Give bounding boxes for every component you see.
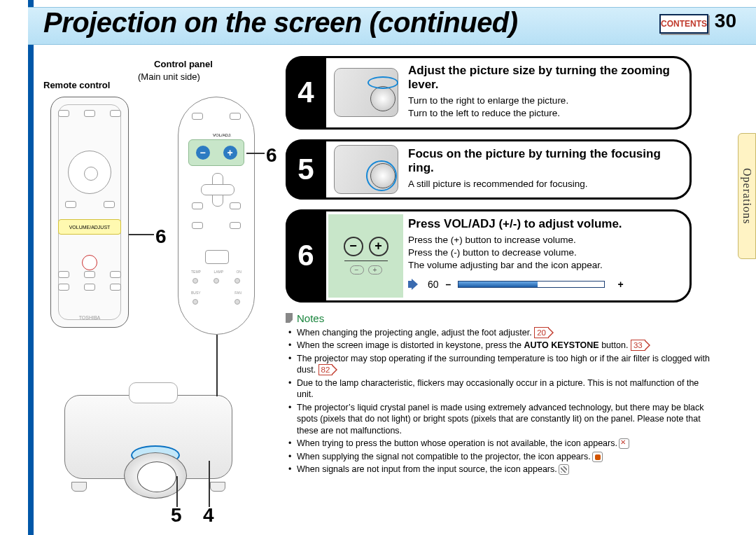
arrow-pad-icon <box>201 173 233 205</box>
step-6: 6 − + − + Press VOL/ADJ (+/-) to adjust … <box>286 209 692 303</box>
page-ref-link[interactable]: 20 <box>534 327 554 338</box>
minus-label: – <box>446 279 451 290</box>
plus-icon: + <box>369 237 388 256</box>
warn-icon <box>592 452 603 462</box>
lens-icon <box>124 452 187 499</box>
step-number: 6 <box>286 209 326 303</box>
contents-button[interactable]: CONTENTS <box>659 14 708 34</box>
section-tab-operations[interactable]: Operations <box>738 133 756 259</box>
plus-label: + <box>617 279 623 290</box>
minus-icon: − <box>344 237 363 256</box>
notes-section: Notes When changing the projecting angle… <box>286 312 713 475</box>
minus-small-icon: − <box>350 265 364 275</box>
callout-number: 4 <box>203 504 214 527</box>
volume-adjust-band: VOLUME/ADJUST <box>58 219 121 235</box>
control-panel-diagram: VOL/ADJ. − + TEMPLAMPON BUSYFAN <box>178 97 255 335</box>
callout-number: 5 <box>171 504 182 527</box>
projector-thumb-icon <box>334 145 398 194</box>
standby-button-icon <box>205 250 229 264</box>
step-number: 4 <box>286 56 326 130</box>
dpad-icon <box>68 151 111 194</box>
step-title: Press VOL/ADJ (+/-) to adjust volume. <box>408 217 680 231</box>
note-item: The projector’s liquid crystal panel is … <box>288 402 713 437</box>
page-title: Projection on the screen (continued) <box>43 7 518 39</box>
err-icon <box>619 438 629 449</box>
notes-heading: Notes <box>297 312 324 324</box>
projector-thumb-icon <box>334 68 398 117</box>
minus-icon: − <box>196 146 210 160</box>
signal-icon <box>559 464 569 475</box>
page-number: 30 <box>715 10 736 32</box>
note-item: When changing the projecting angle, adju… <box>288 327 713 339</box>
step-body: Press the (+) button to increase volume.… <box>408 234 680 272</box>
note-item: When signals are not input from the inpu… <box>288 464 713 475</box>
note-icon <box>286 313 293 323</box>
step-4: 4 Adjust the picture size by turning the… <box>286 56 692 130</box>
speaker-icon <box>408 278 421 291</box>
page-ref-link[interactable]: 33 <box>631 340 650 351</box>
projector-diagram <box>64 381 232 500</box>
step-title: Focus on the picture by turning the focu… <box>408 147 680 175</box>
note-item: Due to the lamp characteristic, flickers… <box>288 377 713 401</box>
volume-bar: 60 – + <box>408 278 680 291</box>
section-tab-label: Operations <box>741 168 753 224</box>
control-panel-label: Control panel <box>138 59 229 69</box>
vol-adj-band-icon: VOL/ADJ. − + <box>188 139 244 166</box>
step-number: 5 <box>286 139 326 200</box>
plus-icon: + <box>223 146 237 160</box>
note-item: The projector may stop operating if the … <box>288 353 713 376</box>
remote-control-label: Remote control <box>43 80 110 90</box>
callout-number: 6 <box>155 225 167 248</box>
note-item: When supplying the signal not compatible… <box>288 451 713 463</box>
brand-label: TOSHIBA <box>51 315 128 320</box>
remote-control-diagram: VOLUME/ADJUST TOSHIBA <box>50 97 129 328</box>
step-5: 5 Focus on the picture by turning the fo… <box>286 139 692 200</box>
control-panel-sublabel: (Main unit side) <box>138 71 200 82</box>
laser-button-icon <box>82 255 97 270</box>
plus-small-icon: + <box>368 265 382 275</box>
step-title: Adjust the picture size by turning the z… <box>408 64 680 92</box>
page-ref-link[interactable]: 82 <box>318 364 338 375</box>
step-body: Turn to the right to enlarge the picture… <box>408 95 680 120</box>
volume-value: 60 <box>428 279 439 290</box>
callout-number: 6 <box>266 144 277 167</box>
note-item: When the screen image is distorted in ke… <box>288 340 713 352</box>
note-item: When trying to press the button whose op… <box>288 438 713 450</box>
step-body: A still picture is recommended for focus… <box>408 178 680 190</box>
